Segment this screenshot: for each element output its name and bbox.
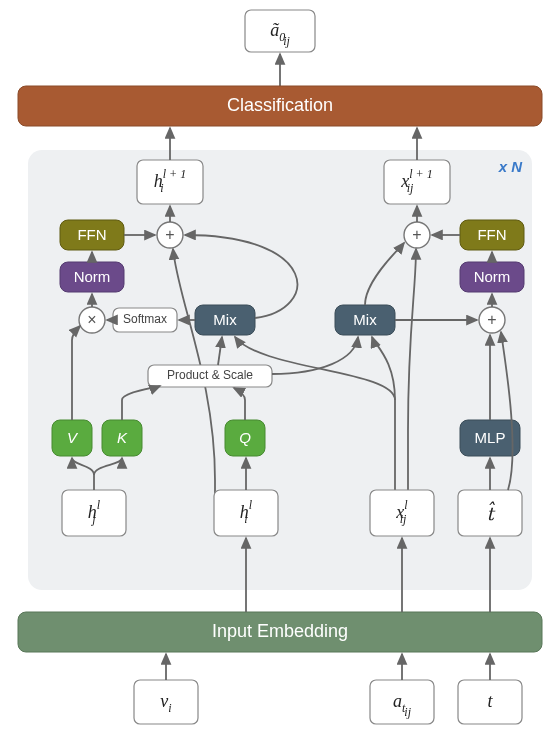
mix-right-label: Mix — [353, 311, 377, 328]
ffn-left-label: FFN — [77, 226, 106, 243]
input-embedding-label: Input Embedding — [212, 621, 348, 641]
svg-text:+: + — [165, 226, 174, 243]
svg-text:+: + — [487, 311, 496, 328]
norm-right-label: Norm — [474, 268, 511, 285]
svg-text:×: × — [87, 311, 96, 328]
mlp-label: MLP — [475, 429, 506, 446]
mix-left-label: Mix — [213, 311, 237, 328]
prodscale-label: Product & Scale — [167, 368, 253, 382]
ffn-right-label: FFN — [477, 226, 506, 243]
k-label: K — [117, 429, 128, 446]
svg-text:+: + — [412, 226, 421, 243]
q-label: Q — [239, 429, 251, 446]
softmax-label: Softmax — [123, 312, 167, 326]
classification-label: Classification — [227, 95, 333, 115]
norm-left-label: Norm — [74, 268, 111, 285]
multiplier-label: x N — [498, 158, 524, 175]
